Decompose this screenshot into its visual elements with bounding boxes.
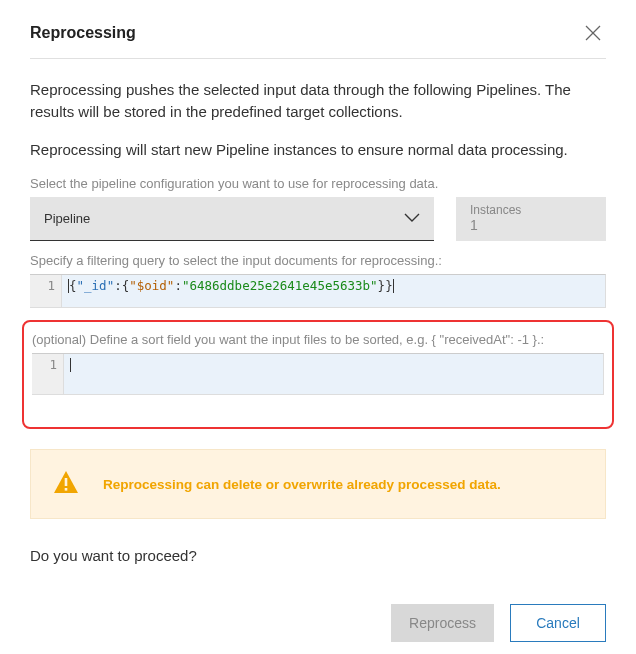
dialog-header: Reprocessing [30,20,606,59]
intro-paragraph-2: Reprocessing will start new Pipeline ins… [30,139,606,161]
pipeline-helper-text: Select the pipeline configuration you wa… [30,176,606,191]
svg-rect-3 [65,478,68,486]
warning-banner: Reprocessing can delete or overwrite alr… [30,449,606,519]
dialog-title: Reprocessing [30,24,136,42]
intro-paragraph-1: Reprocessing pushes the selected input d… [30,79,606,123]
pipeline-config-row: Pipeline Instances 1 [30,197,606,241]
sort-query-line[interactable] [64,354,603,394]
editor-gutter: 1 [32,354,64,394]
sort-helper-text: (optional) Define a sort field you want … [32,332,604,347]
editor-gutter: 1 [30,275,62,307]
pipeline-select-label: Pipeline [44,211,90,226]
instances-label: Instances [470,203,592,217]
warning-icon [53,470,79,498]
instances-field: Instances 1 [456,197,606,241]
proceed-text: Do you want to proceed? [30,547,606,564]
line-number: 1 [38,357,57,372]
chevron-down-icon [404,211,420,226]
close-icon [584,24,602,42]
reprocessing-dialog: Reprocessing Reprocessing pushes the sel… [0,0,636,654]
instances-value: 1 [470,217,592,233]
filter-query-line[interactable]: {"_id":{"$oid":"6486ddbe25e2641e45e5633b… [62,275,605,307]
line-number: 1 [36,278,55,293]
filter-helper-text: Specify a filtering query to select the … [30,253,606,268]
sort-query-editor[interactable]: 1 [32,353,604,395]
close-button[interactable] [580,20,606,46]
pipeline-select[interactable]: Pipeline [30,197,434,241]
sort-section-highlight: (optional) Define a sort field you want … [22,320,614,429]
cancel-button[interactable]: Cancel [510,604,606,642]
text-cursor [393,279,394,293]
text-cursor [70,358,71,372]
warning-text: Reprocessing can delete or overwrite alr… [103,477,501,492]
reprocess-button[interactable]: Reprocess [391,604,494,642]
dialog-buttons: Reprocess Cancel [30,604,606,642]
filter-query-editor[interactable]: 1 {"_id":{"$oid":"6486ddbe25e2641e45e563… [30,274,606,308]
svg-rect-4 [65,488,68,491]
